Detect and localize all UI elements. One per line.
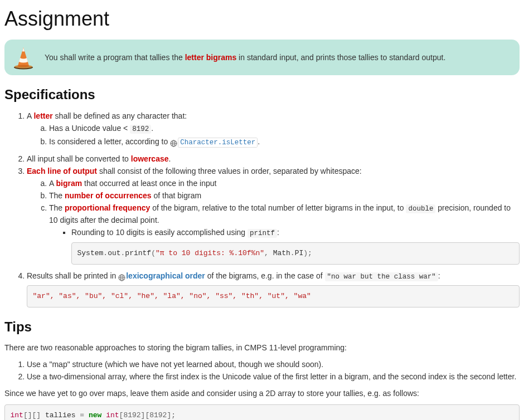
spec-1-sublist: Has a Unicode value < 8192. Is considere… (27, 123, 520, 148)
spec-item-3: Each line of output shall consist of the… (27, 165, 520, 264)
svg-point-2 (18, 65, 30, 67)
lexicographical-order-link[interactable]: lexicographical order (126, 271, 205, 280)
specifications-list: A letter shall be defined as any charact… (4, 110, 520, 307)
spec-1a: Has a Unicode value < 8192. (49, 123, 520, 135)
spec-item-2: All input shall be converted to lowercas… (27, 153, 520, 164)
spec-3c-bullets: Rounding to 10 digits is easily accompli… (49, 227, 520, 264)
spec-1b: Is considered a letter, according to Cha… (49, 136, 520, 148)
spec-item-4: Results shall be printed in lexicographi… (27, 270, 520, 307)
code-block-printf: System.out.printf("π to 10 digits: %.10f… (71, 242, 520, 265)
code-8192: 8192 (130, 125, 151, 134)
globe-icon (118, 273, 125, 280)
cone-icon (12, 45, 35, 70)
page-title: Assignment (4, 4, 520, 33)
spec-3c-bullet: Rounding to 10 digits is easily accompli… (71, 227, 520, 264)
spec-3a: A bigram that occurred at least once in … (49, 178, 520, 189)
tips-outro: Since we have yet to go over maps, leave… (4, 388, 520, 399)
specifications-heading: Specifications (4, 85, 520, 104)
code-block-tallies: int[][] tallies = new int[8192][8192]; (4, 404, 520, 420)
tips-heading: Tips (4, 318, 520, 336)
character-isletter-link[interactable]: Character.isLetter (178, 138, 258, 148)
code-printf: printf (248, 229, 277, 238)
code-example-input: "no war but the class war" (325, 272, 438, 281)
code-double: double (406, 204, 435, 213)
spec-3-sublist: A bigram that occurred at least once in … (27, 178, 520, 264)
spec-3b: The number of occurrences of that bigram (49, 190, 520, 201)
tips-intro: There are two reasonable approaches to s… (4, 342, 520, 353)
tips-list: Use a "map" structure (which we have not… (4, 359, 520, 382)
code-block-bigrams: "ar", "as", "bu", "cl", "he", "la", "no"… (27, 285, 520, 307)
tip-2: Use a two-dimensional array, where the f… (27, 371, 520, 382)
tip-1: Use a "map" structure (which we have not… (27, 359, 520, 370)
spec-3c: The proportional frequency of the bigram… (49, 202, 520, 264)
assignment-callout: You shall write a program that tallies t… (4, 40, 520, 75)
callout-text: You shall write a program that tallies t… (45, 52, 445, 63)
callout-highlight: letter bigrams (185, 53, 237, 62)
spec-item-1: A letter shall be defined as any charact… (27, 110, 520, 148)
globe-icon (170, 139, 177, 146)
